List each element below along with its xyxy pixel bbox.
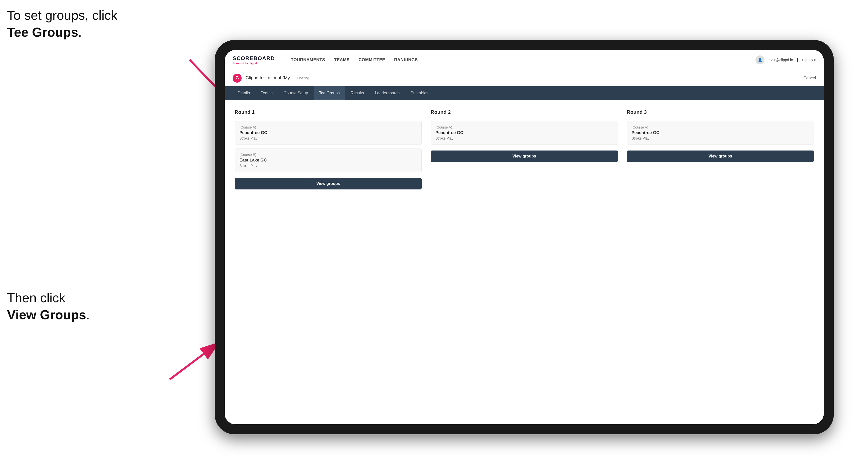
tournament-sub-nav: C Clippd Invitational (My... Hosting Can… [225, 70, 824, 86]
nav-teams[interactable]: TEAMS [334, 57, 349, 62]
sign-out-button[interactable]: Sign out [802, 58, 816, 62]
round-1-course-a-card: (Course A) Peachtree GC Stroke Play [235, 121, 422, 145]
round-3-view-groups-button[interactable]: View groups [627, 151, 814, 162]
round-2-course-a-card: (Course A) Peachtree GC Stroke Play [431, 121, 618, 145]
nav-rankings[interactable]: RANKINGS [394, 57, 418, 62]
arrow-bottom [155, 335, 225, 384]
round-3-column: Round 3 (Course A) Peachtree GC Stroke P… [627, 109, 814, 189]
instruction-top-line1: To set groups, click [7, 8, 117, 23]
logo-text: SCOREBOARD [232, 55, 275, 62]
round-2-title: Round 2 [431, 109, 618, 115]
round-2-course-a-name: Peachtree GC [435, 130, 613, 135]
tab-leaderboards[interactable]: Leaderboards [370, 86, 405, 100]
instruction-period-bottom: . [86, 308, 90, 322]
round-3-course-a-label: (Course A) [631, 125, 809, 129]
hosting-badge: Hosting [297, 76, 309, 80]
instruction-top: To set groups, click Tee Groups. [7, 7, 117, 41]
tabs-bar: Details Teams Course Setup Tee Groups Re… [225, 86, 824, 100]
user-avatar: 👤 [755, 55, 765, 64]
tablet-device: SCOREBOARD Powered by clippit TOURNAMENT… [215, 40, 834, 434]
main-content: Round 1 (Course A) Peachtree GC Stroke P… [225, 100, 824, 424]
instruction-tee-groups: Tee Groups [7, 25, 78, 39]
instruction-bottom: Then click View Groups. [7, 289, 90, 323]
tournament-name: Clippd Invitational (My... [246, 75, 293, 81]
round-1-course-b-format: Stroke Play [239, 164, 417, 168]
round-1-course-b-card: (Course B) East Lake GC Stroke Play [235, 149, 422, 172]
instruction-view-groups: View Groups [7, 308, 86, 322]
tournament-logo: C [232, 74, 242, 83]
round-1-course-b-name: East Lake GC [239, 158, 417, 163]
cancel-button[interactable]: Cancel [803, 76, 816, 81]
round-3-title: Round 3 [627, 109, 814, 115]
tab-printables[interactable]: Printables [406, 86, 433, 100]
round-2-course-a-label: (Course A) [435, 125, 613, 129]
tablet-screen: SCOREBOARD Powered by clippit TOURNAMENT… [225, 50, 824, 424]
round-1-course-a-name: Peachtree GC [239, 130, 417, 135]
nav-links: TOURNAMENTS TEAMS COMMITTEE RANKINGS [291, 57, 743, 62]
tab-tee-groups[interactable]: Tee Groups [314, 86, 345, 100]
tournament-info: C Clippd Invitational (My... Hosting [232, 74, 309, 83]
user-email: blair@clippd.io [768, 58, 793, 62]
round-3-course-a-card: (Course A) Peachtree GC Stroke Play [627, 121, 814, 145]
nav-committee[interactable]: COMMITTEE [359, 57, 385, 62]
rounds-grid: Round 1 (Course A) Peachtree GC Stroke P… [235, 109, 814, 189]
nav-right: 👤 blair@clippd.io | Sign out [755, 55, 816, 64]
nav-separator: | [797, 58, 798, 62]
round-1-view-groups-button[interactable]: View groups [235, 178, 422, 189]
tab-course-setup[interactable]: Course Setup [279, 86, 313, 100]
round-1-title: Round 1 [235, 109, 422, 115]
instruction-bottom-line1: Then click [7, 290, 65, 305]
tab-details[interactable]: Details [232, 86, 255, 100]
round-2-course-a-format: Stroke Play [435, 136, 613, 140]
top-navigation: SCOREBOARD Powered by clippit TOURNAMENT… [225, 50, 824, 70]
round-2-column: Round 2 (Course A) Peachtree GC Stroke P… [431, 109, 618, 189]
round-1-course-a-label: (Course A) [239, 125, 417, 129]
svg-line-3 [170, 342, 220, 379]
logo-area: SCOREBOARD Powered by clippit [232, 55, 275, 65]
tab-teams[interactable]: Teams [256, 86, 278, 100]
round-3-course-a-name: Peachtree GC [631, 130, 809, 135]
round-1-course-b-label: (Course B) [239, 153, 417, 157]
round-2-view-groups-button[interactable]: View groups [431, 151, 618, 162]
tab-results[interactable]: Results [346, 86, 369, 100]
round-3-course-a-format: Stroke Play [631, 136, 809, 140]
round-1-course-a-format: Stroke Play [239, 136, 417, 140]
logo-powered: Powered by clippit [232, 62, 275, 65]
instruction-period-top: . [78, 25, 82, 39]
nav-tournaments[interactable]: TOURNAMENTS [291, 57, 325, 62]
round-1-column: Round 1 (Course A) Peachtree GC Stroke P… [235, 109, 422, 189]
